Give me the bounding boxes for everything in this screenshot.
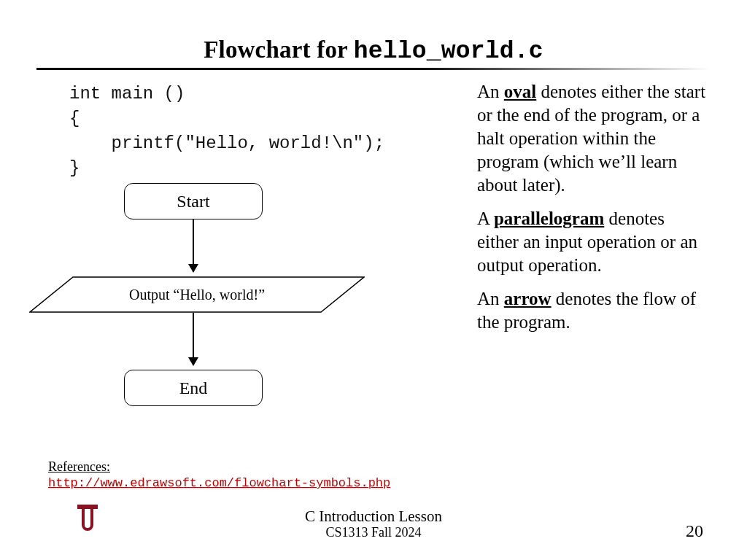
title-filename: hello_world.c	[354, 38, 543, 65]
page-number: 20	[686, 521, 703, 541]
explain-oval: An oval denotes either the start or the …	[477, 80, 711, 197]
flow-start-terminator: Start	[124, 183, 263, 219]
key-oval: oval	[504, 82, 536, 101]
references-link[interactable]: http://www.edrawsoft.com/flowchart-symbo…	[48, 476, 390, 490]
code-snippet: int main () { printf("Hello, world!\n");…	[69, 82, 384, 181]
title-prefix: Flowchart for	[204, 36, 354, 63]
references: References: http://www.edrawsoft.com/flo…	[48, 459, 390, 490]
references-label: References:	[48, 459, 110, 474]
footer-lesson: C Introduction Lesson	[305, 508, 442, 525]
flow-io-label: Output “Hello, world!”	[29, 276, 365, 313]
key-parallelogram: parallelogram	[494, 209, 604, 228]
flow-end-label: End	[179, 378, 208, 398]
footer-course: CS1313 Fall 2024	[0, 525, 747, 540]
flow-arrow-icon	[193, 219, 194, 272]
slide-footer: C Introduction Lesson CS1313 Fall 2024 2…	[0, 508, 747, 545]
flowchart: Start Output “Hello, world!” End	[29, 183, 365, 409]
page-title: Flowchart for hello_world.c	[0, 36, 747, 65]
explain-arrow: An arrow denotes the flow of the program…	[477, 287, 711, 334]
explain-parallelogram: A parallelogram denotes either an input …	[477, 207, 711, 277]
flow-arrow-icon	[193, 313, 194, 365]
flow-io-parallelogram: Output “Hello, world!”	[29, 276, 365, 313]
flow-end-terminator: End	[124, 370, 263, 406]
explanation-column: An oval denotes either the start or the …	[477, 80, 711, 344]
key-arrow: arrow	[504, 289, 551, 308]
flow-start-label: Start	[177, 192, 209, 211]
